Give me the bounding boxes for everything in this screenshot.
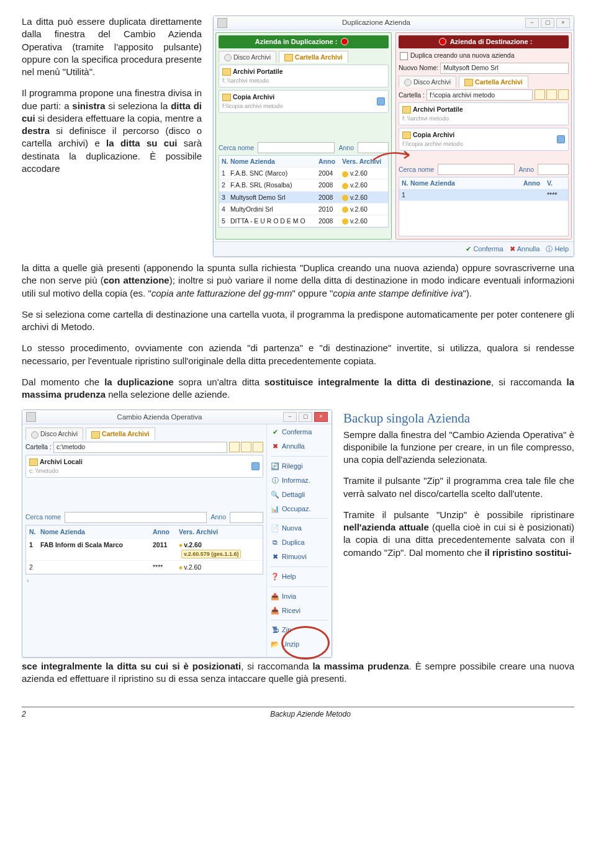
refresh-icon[interactable] [557, 135, 565, 143]
folder-icon [222, 94, 231, 101]
conferma-button[interactable]: ✔Conferma [271, 427, 328, 437]
maximize-button[interactable]: ▢ [541, 18, 554, 28]
app-icon [217, 18, 227, 28]
up-button[interactable] [546, 89, 557, 100]
table-row-selected[interactable]: 3Multysoft Demo Srl2008v.2.60 [219, 192, 388, 204]
table-row[interactable]: 2 **** ●v.2.60 [26, 561, 263, 574]
cartella-input[interactable]: f:\copia archivi metodo [427, 89, 533, 101]
help-icon: ⓘ [546, 244, 553, 254]
dest-pane: Azienda di Destinazione : Duplica creand… [395, 32, 572, 239]
search-year-input[interactable] [358, 142, 389, 153]
browse-button[interactable] [535, 89, 545, 100]
table-row[interactable]: 2F.A.B. SRL (Rosalba)2008v.2.60 [219, 179, 388, 191]
search-year-input[interactable] [538, 164, 569, 175]
informaz-button[interactable]: ⓘInformaz. [271, 476, 328, 485]
table-row[interactable]: 4MultyOrdini Srl2010v.2.60 [219, 204, 388, 215]
search-name-input[interactable] [65, 512, 207, 523]
archivi-portatile-item[interactable]: Archivi Portatilef: \\archivi metodo [219, 65, 389, 87]
table-row[interactable]: 1 FAB Inform di Scala Marco 2011 ●v.2.60… [26, 539, 263, 561]
hdr-name: Nome Azienda [230, 157, 318, 166]
body-paragraph: Se si seleziona come cartella di destina… [22, 308, 574, 334]
help-button[interactable]: ⓘHelp [546, 244, 569, 254]
minimize-button[interactable]: – [283, 412, 297, 422]
dest-table: N. Nome Azienda Anno V. 1**** [399, 177, 569, 236]
duplicate-icon: ⧉ [271, 539, 279, 547]
source-banner: Azienda in Duplicazione : [219, 35, 389, 48]
titlebar: Duplicazione Azienda – ▢ × [214, 16, 574, 30]
annulla-button[interactable]: ✖Annulla [510, 244, 540, 254]
table-row-selected[interactable]: 1**** [399, 189, 568, 201]
invia-button[interactable]: 📤Invia [271, 592, 328, 601]
tab-cartella-archivi[interactable]: Cartella Archivi [459, 76, 528, 87]
home-button[interactable] [558, 89, 569, 100]
titlebar: Cambio Azienda Operativa – ▢ × [22, 410, 332, 424]
tab-cartella-archivi[interactable]: Cartella Archivi [279, 51, 348, 63]
zip-icon: 🗜 [271, 626, 279, 635]
body-paragraph: Tramite il pulsante "Unzip" è possibile … [343, 509, 574, 559]
close-button[interactable]: × [314, 412, 328, 422]
folder-icon [402, 106, 411, 114]
tab-disco-archivi[interactable]: Disco Archivi [25, 427, 83, 439]
duplica-button[interactable]: ⧉Duplica [271, 538, 328, 547]
dettagli-button[interactable]: 🔍Dettagli [271, 490, 328, 499]
cartella-input[interactable]: c:\metodo [53, 442, 227, 453]
copia-archivi-item[interactable]: Copia Archivif:\\copia archivi metodo [399, 128, 569, 151]
record-dot-icon [439, 38, 446, 45]
duplicazione-azienda-screenshot: Duplicazione Azienda – ▢ × Azienda in Du… [213, 16, 574, 257]
nuovo-nome-input[interactable]: Multysoft Demo Srl [440, 63, 569, 74]
unzip-icon: 📂 [271, 640, 279, 649]
dest-banner: Azienda di Destinazione : [399, 35, 569, 48]
source-tabs: Disco Archivi Cartella Archivi [219, 51, 389, 63]
cartella-label: Cartella : [25, 442, 52, 451]
search-name-input[interactable] [438, 164, 515, 175]
archivi-locali-item[interactable]: Archivi Localic: \\metodo [25, 455, 263, 478]
hdr-name: Nome Azienda [410, 179, 523, 187]
hdr-name: Nome Azienda [40, 527, 153, 536]
footer-title: Backup Aziende Metodo [47, 709, 574, 719]
zip-button[interactable]: 🗜Zip [271, 625, 328, 635]
tab-disco-archivi[interactable]: Disco Archivi [399, 76, 456, 87]
browse-button[interactable] [229, 442, 240, 452]
ricevi-button[interactable]: 📥Ricevi [271, 606, 328, 615]
help-button[interactable]: ❓Help [271, 572, 328, 581]
folder-icon [222, 68, 231, 76]
refresh-icon: 🔄 [271, 462, 279, 470]
aziende-table: N. Nome Azienda Anno Vers. Archivi 1 FAB… [25, 525, 263, 575]
search-year-input[interactable] [230, 512, 263, 523]
tab-cartella-archivi[interactable]: Cartella Archivi [86, 427, 155, 439]
archivi-portatile-item[interactable]: Archivi Portatilef: \\archivi metodo [399, 102, 569, 125]
minimize-button[interactable]: – [525, 18, 539, 28]
close-button[interactable]: × [556, 18, 570, 28]
up-button[interactable] [241, 442, 251, 452]
source-table: N. Nome Azienda Anno Vers. Archivi 1F.A.… [219, 155, 389, 228]
delete-icon: ✖ [271, 552, 279, 561]
home-button[interactable] [253, 442, 263, 452]
copia-archivi-item[interactable]: Copia Archivif:\\copia archivi metodo [219, 90, 389, 113]
folder-icon [402, 132, 411, 139]
table-row[interactable]: 1F.A.B. SNC (Marco)2004v.2.60 [219, 168, 388, 179]
folder-icon [464, 79, 473, 86]
folder-icon [29, 459, 38, 466]
search-name-input[interactable] [258, 142, 335, 153]
tab-disco-archivi[interactable]: Disco Archivi [219, 51, 276, 63]
annulla-button[interactable]: ✖Annulla [271, 442, 328, 451]
nuova-button[interactable]: 📄Nuova [271, 524, 328, 533]
maximize-button[interactable]: ▢ [299, 412, 312, 422]
dialog-button-bar: ✔Conferma ✖Annulla ⓘHelp [214, 241, 574, 256]
disk-icon [224, 54, 232, 61]
occupaz-button[interactable]: 📊Occupaz. [271, 504, 328, 514]
cambio-azienda-screenshot: Cambio Azienda Operativa – ▢ × Disco Arc… [22, 409, 332, 658]
page-number: 2 [22, 709, 47, 719]
nuovo-nome-label: Nuovo Nome: [399, 63, 438, 72]
unzip-button[interactable]: 📂Unzip [271, 640, 328, 649]
conferma-button[interactable]: ✔Conferma [466, 244, 503, 254]
body-paragraph: Dal momento che la duplicazione sopra un… [22, 376, 574, 401]
refresh-icon[interactable] [377, 97, 385, 105]
table-row[interactable]: 5DITTA - E U R O D E M O2008v.2.60 [219, 215, 388, 227]
search-year-label: Anno [210, 512, 226, 523]
duplica-creando-checkbox[interactable]: Duplica creando una nuova azienda [400, 51, 569, 60]
rileggi-button[interactable]: 🔄Rileggi [271, 462, 328, 471]
refresh-icon[interactable] [251, 462, 260, 470]
hdr-ver: Vers. Archivi [342, 157, 386, 166]
rimuovi-button[interactable]: ✖Rimuovi [271, 552, 328, 562]
